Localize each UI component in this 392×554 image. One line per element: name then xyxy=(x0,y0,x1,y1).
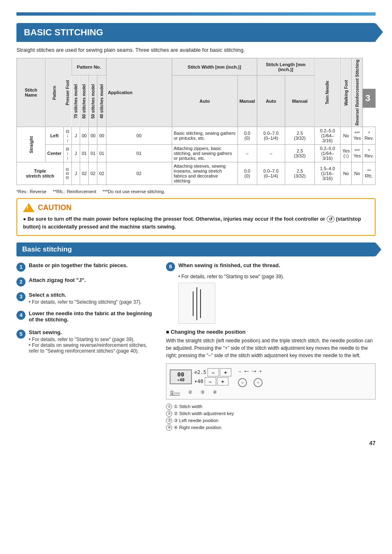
step-6-num: 6 xyxy=(166,262,175,271)
th-manual-sw: Manual xyxy=(238,76,257,127)
right-col: 6 When sewing is finished, cut the threa… xyxy=(166,262,376,432)
minus-box: – xyxy=(208,368,219,376)
label-2-text: ② Stitch width adjustment key xyxy=(174,411,234,416)
stitch-diagram: 00 ▾40 ⊙2.5 – + xyxy=(166,363,376,399)
needle-arrows: – ←→ + ○ ○ xyxy=(238,367,263,387)
circle-3-area: ③ xyxy=(201,390,205,396)
left-col: 1 Baste or pin together the fabric piece… xyxy=(16,262,156,432)
app-center: Attaching zippers, basic stitching, and … xyxy=(172,145,238,162)
right-needle-circle: ○ xyxy=(254,378,263,387)
label-4: ④ ④ Right needle position xyxy=(166,425,376,431)
step-5-content: Start sewing. • For details, refer to "S… xyxy=(29,329,156,354)
left-needle-circle: ○ xyxy=(238,378,247,387)
label-1: ① ① Stitch width xyxy=(166,404,376,410)
th-60: 60 stitches model xyxy=(80,76,88,127)
app-left: Basic stitching, sewing gathers or pintu… xyxy=(172,127,238,145)
thread-diagram xyxy=(178,283,215,324)
th-application: Application xyxy=(106,58,172,127)
arrow-sym: ←→ xyxy=(243,367,258,376)
needle-circles: ○ ○ xyxy=(238,378,263,387)
th-reverse: Reverse/ Reinforcement Stitching xyxy=(352,58,363,127)
diagram-labels: ① ① Stitch width ② ② Stitch width adjust… xyxy=(166,404,376,431)
step-2-num: 2 xyxy=(16,277,25,286)
footnote: *Rev.: Reverse **Rfc.: Reinforcement ***… xyxy=(16,189,376,194)
stitch-center-name: Center xyxy=(46,145,64,162)
label-4-text: ④ Right needle position xyxy=(174,425,221,430)
step-3: 3 Select a stitch. • For details, refer … xyxy=(16,292,156,305)
step-3-content: Select a stitch. • For details, refer to… xyxy=(29,292,156,305)
step-4-content: Lower the needle into the fabric at the … xyxy=(29,310,156,324)
stitch-left-icon: ⊟ii xyxy=(63,127,71,145)
circle-3-arrow: ③ xyxy=(201,390,205,395)
circle-1-area: ①— xyxy=(170,390,180,396)
step-1-num: 1 xyxy=(16,263,25,272)
stitch-val-25: ⊙2.5 xyxy=(194,369,206,375)
step-5-detail: • For details, refer to "Starting to sew… xyxy=(29,337,156,354)
step-4: 4 Lower the needle into the fabric at th… xyxy=(16,310,156,324)
step-4-title: Lower the needle into the fabric at the … xyxy=(29,310,156,323)
step-6-title: When sewing is finished, cut the thread. xyxy=(178,262,280,268)
minus-box2: – xyxy=(205,377,216,385)
step-1: 1 Baste or pin together the fabric piece… xyxy=(16,262,156,272)
step-6: 6 When sewing is finished, cut the threa… xyxy=(166,262,376,324)
step-2-content: Attach zigzag foot "J". xyxy=(29,277,156,284)
th-presser-foot: Presser Foot xyxy=(63,58,71,127)
step-6-detail: • For details, refer to "Starting to sew… xyxy=(166,274,376,324)
table-row: Straight Left ⊟ii J 00 00 00 00 Basic st… xyxy=(17,127,376,145)
th-auto-sl: Auto xyxy=(257,76,285,127)
th-70: 70 stitches model xyxy=(71,76,80,127)
step-3-title: Select a stitch. xyxy=(29,292,156,298)
page-number: 47 xyxy=(16,440,376,446)
circle-1-arrow: ①— xyxy=(170,390,180,396)
table-row: Triplestretch stitch ⊟⊟⊟ J 02 02 02 02 A… xyxy=(17,162,376,185)
two-col-layout: 1 Baste or pin together the fabric piece… xyxy=(16,262,376,432)
caution-label: CAUTION xyxy=(38,203,71,212)
stitch-left-name: Left xyxy=(46,127,64,145)
label-3-text: ③ Left needle position xyxy=(174,418,218,423)
stitch-left-presser: J xyxy=(71,127,80,145)
th-manual-sl: Manual xyxy=(285,76,315,127)
th-twin-needle: Twin Needle xyxy=(314,58,340,127)
top-bar xyxy=(16,12,376,16)
label-2-num: ② xyxy=(166,411,172,417)
th-walking-foot: Walking Foot xyxy=(341,58,352,127)
step-1-content: Baste or pin together the fabric pieces. xyxy=(29,262,156,270)
table-row: Center ⊟ii J 01 01 01 01 Attaching zippe… xyxy=(17,145,376,162)
step-5: 5 Start sewing. • For details, refer to … xyxy=(16,329,156,354)
intro-text: Straight stitches are used for sewing pl… xyxy=(16,47,376,53)
triple-stretch-name: Triplestretch stitch xyxy=(17,162,64,185)
plus-box: + xyxy=(220,368,231,376)
label-1-text: ① Stitch width xyxy=(174,404,202,409)
stitch-val-40: ▾40 xyxy=(194,379,203,384)
th-stitch-width: Stitch Width [mm (inch.)] xyxy=(172,58,257,76)
step-2-title: Attach zigzag foot "J". xyxy=(29,277,156,283)
diagram-bottom: ①— ② ③ ④ xyxy=(170,390,372,396)
step-5-title: Start sewing. xyxy=(29,329,156,335)
sub-heading-text: Basic stitching xyxy=(22,245,72,254)
stitch-table: Stitch Name Pattern Presser Foot Pattern… xyxy=(16,58,376,185)
caution-text: ● Be sure to turn off the main power bef… xyxy=(23,215,369,231)
needle-title: Changing the needle position xyxy=(166,329,376,335)
display-box-main: 00 ▾40 xyxy=(170,369,192,384)
step-3-num: 3 xyxy=(16,292,25,301)
minus-label: – xyxy=(239,369,241,374)
label-4-num: ④ xyxy=(166,425,172,431)
stitch-controls: ⊙2.5 – + ▾40 – + xyxy=(194,368,231,385)
step-3-detail: • For details, refer to "Selecting stitc… xyxy=(29,299,156,305)
circle-2-area: ② xyxy=(188,390,192,396)
main-heading: BASIC STITCHING xyxy=(16,23,376,42)
th-stitch-name: Stitch Name xyxy=(17,58,46,127)
step-1-title: Baste or pin together the fabric pieces. xyxy=(29,262,156,268)
stitch-center-icon: ⊟ii xyxy=(63,145,71,162)
plus-label: + xyxy=(259,369,262,374)
caution-triangle-icon xyxy=(23,203,35,212)
th-50: 50 stitches model xyxy=(89,76,97,127)
step-5-num: 5 xyxy=(16,330,25,339)
stitch-triple-icon: ⊟⊟⊟ xyxy=(63,162,71,185)
step-2: 2 Attach zigzag foot "J". xyxy=(16,277,156,286)
label-3: ③ ③ Left needle position xyxy=(166,418,376,424)
diagram-row-1: 00 ▾40 ⊙2.5 – + xyxy=(170,367,372,387)
caution-box: CAUTION ● Be sure to turn off the main p… xyxy=(16,198,376,236)
th-stitch-length: Stitch Length [mm (inch.)] xyxy=(257,58,314,76)
circle-4-arrow: ④ xyxy=(213,390,217,395)
